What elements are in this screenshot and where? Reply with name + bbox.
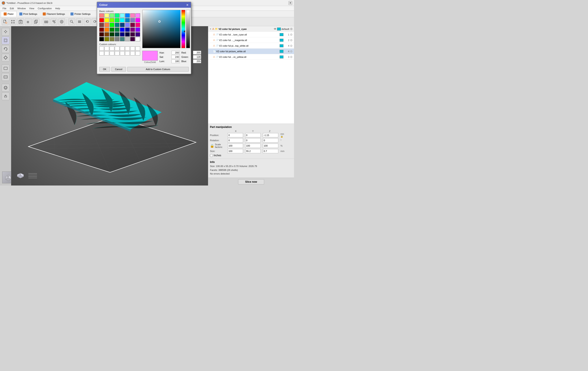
rotate-tool-button[interactable]: [2, 45, 10, 53]
basic-colour-cell[interactable]: [105, 37, 109, 41]
color-swatch[interactable]: [280, 33, 284, 36]
custom-colour-cell[interactable]: [105, 46, 109, 51]
basic-colour-cell[interactable]: [135, 37, 140, 41]
basic-colour-cell[interactable]: [99, 28, 104, 32]
basic-colour-cell[interactable]: [105, 32, 109, 37]
settings-icon[interactable]: ⚙: [290, 33, 293, 36]
split-button[interactable]: [43, 18, 50, 25]
arrange-button[interactable]: [10, 18, 16, 25]
basic-colour-cell[interactable]: [130, 28, 135, 32]
menu-file[interactable]: File: [1, 7, 8, 10]
basic-colour-cell[interactable]: [135, 18, 140, 22]
basic-colour-cell[interactable]: [130, 23, 135, 27]
custom-colour-cell[interactable]: [110, 46, 114, 51]
basic-colour-cell[interactable]: [105, 13, 109, 18]
list-item[interactable]: ⚠ 📄 V2 color ful pi...top_white.stl 4 ⚙: [208, 43, 294, 49]
basic-colour-cell[interactable]: [99, 18, 104, 22]
hue-strip[interactable]: [181, 10, 185, 48]
basic-colour-cell[interactable]: [125, 37, 130, 41]
size-x-input[interactable]: [228, 149, 243, 153]
color-swatch[interactable]: [280, 50, 284, 53]
settings-icon[interactable]: ⚙: [290, 50, 293, 53]
custom-colour-cell[interactable]: [110, 51, 114, 55]
scale-z-input[interactable]: [263, 144, 278, 148]
basic-colour-cell[interactable]: [110, 32, 114, 37]
green-input[interactable]: [193, 55, 201, 59]
layer-height-button[interactable]: [2, 73, 10, 81]
basic-colour-cell[interactable]: [125, 32, 130, 37]
move-tool-button[interactable]: [2, 28, 10, 36]
cut-plane-button[interactable]: [2, 64, 10, 72]
settings-icon[interactable]: ⚙: [290, 55, 293, 59]
lum-input[interactable]: [171, 59, 180, 63]
add-to-custom-colours-button[interactable]: Add to Custom Colours: [127, 67, 189, 72]
rotation-x-input[interactable]: [228, 138, 243, 142]
cut-button[interactable]: [51, 18, 57, 25]
delete-button[interactable]: [17, 18, 24, 25]
basic-colour-cell[interactable]: [135, 23, 140, 27]
color-swatch[interactable]: [280, 39, 284, 42]
tab-filament-settings[interactable]: Filament Settings: [40, 11, 68, 17]
blue-input[interactable]: [193, 59, 201, 63]
sat-input[interactable]: [171, 55, 180, 59]
brush-button[interactable]: [2, 92, 10, 100]
tab-printer-settings[interactable]: Printer Settings: [68, 11, 93, 17]
paint-button[interactable]: [2, 84, 10, 92]
basic-colour-cell[interactable]: [135, 32, 140, 37]
basic-colour-cell[interactable]: [125, 13, 130, 18]
basic-colour-cell[interactable]: [99, 37, 104, 41]
custom-colour-cell[interactable]: [135, 51, 140, 55]
lightness-strip[interactable]: [186, 10, 190, 48]
list-item[interactable]: ⚠ 📄 V2 color ful ..._magenta.stl 2 ⚙: [208, 37, 294, 43]
hue-input[interactable]: [171, 51, 180, 55]
basic-colour-cell[interactable]: [115, 32, 119, 37]
settings-icon[interactable]: ⚙: [290, 27, 293, 31]
basic-colour-cell[interactable]: [105, 28, 109, 32]
basic-colour-cell[interactable]: [115, 23, 119, 27]
basic-colour-cell[interactable]: [99, 13, 104, 18]
tab-print-settings[interactable]: Print Settings: [17, 11, 40, 17]
custom-colour-cell[interactable]: [105, 51, 109, 55]
inches-checkbox[interactable]: [210, 154, 213, 157]
red-input[interactable]: [193, 51, 201, 55]
colour-dialog-close-button[interactable]: ✕: [186, 3, 189, 7]
list-item[interactable]: 📄 V2 color ful picture_white.stl 4 ⚙: [208, 49, 294, 54]
basic-colour-cell[interactable]: [110, 23, 114, 27]
list-item[interactable]: ⚠ 📄 V2 color ful ...re_yellow.stl 3 ⚙: [208, 54, 294, 60]
basic-colour-cell[interactable]: [120, 13, 125, 18]
basic-colour-cell[interactable]: [130, 13, 135, 18]
basic-colour-cell[interactable]: [125, 18, 130, 22]
custom-colour-cell[interactable]: [130, 51, 135, 55]
position-y-input[interactable]: [245, 133, 261, 137]
duplicate-button[interactable]: [33, 18, 40, 25]
scale-x-input[interactable]: [228, 144, 243, 148]
basic-colour-cell[interactable]: [125, 23, 130, 27]
basic-colour-cell[interactable]: [105, 23, 109, 27]
cancel-button[interactable]: Cancel: [111, 67, 126, 72]
basic-colour-cell[interactable]: [120, 23, 125, 27]
zoom-to-fit-button[interactable]: [68, 18, 75, 25]
settings-icon[interactable]: ⚙: [290, 39, 293, 42]
settings-icon[interactable]: ⚙: [290, 44, 293, 47]
basic-colour-cell[interactable]: [120, 28, 125, 32]
custom-colour-cell[interactable]: [120, 51, 125, 55]
menu-view[interactable]: View: [28, 7, 36, 10]
menu-configuration[interactable]: Configuration: [36, 7, 53, 10]
basic-colour-cell[interactable]: [130, 37, 135, 41]
eye-icon[interactable]: 👁: [274, 28, 276, 31]
basic-colour-cell[interactable]: [130, 32, 135, 37]
menu-help[interactable]: Help: [53, 7, 62, 10]
tab-plater[interactable]: Plater: [1, 11, 17, 17]
basic-colour-cell[interactable]: [110, 28, 114, 32]
basic-colour-cell[interactable]: [105, 18, 109, 22]
scale-button[interactable]: [58, 18, 65, 25]
position-x-input[interactable]: [228, 133, 243, 137]
basic-colour-cell[interactable]: [115, 13, 119, 18]
custom-colour-cell[interactable]: [130, 46, 135, 51]
size-z-input[interactable]: [263, 149, 278, 153]
select-tool-button[interactable]: [2, 37, 10, 44]
custom-colour-cell[interactable]: [135, 46, 140, 51]
custom-colour-cell[interactable]: [115, 51, 119, 55]
size-y-input[interactable]: [245, 149, 261, 153]
list-item[interactable]: ▼ ⚠ 📁 V2 color ful picture_cyan 👁 defaul…: [208, 26, 294, 32]
